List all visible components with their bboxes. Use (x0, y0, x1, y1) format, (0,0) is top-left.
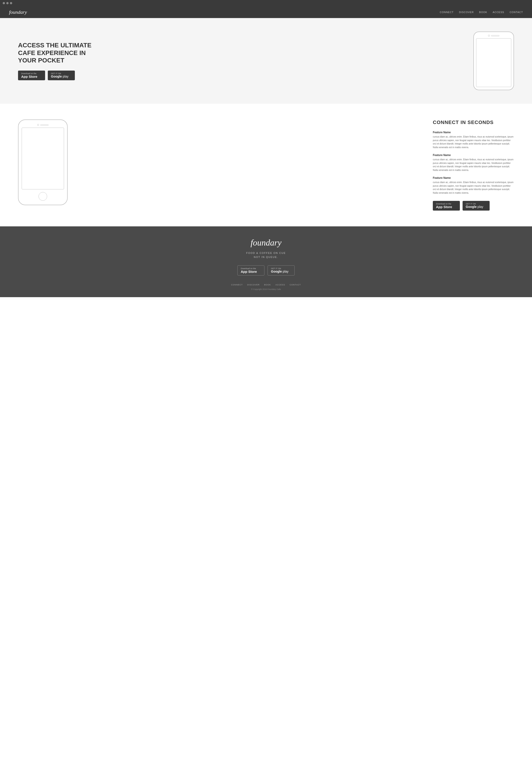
navbar-links: CONNECT DISCOVER BOOK ACCESS CONTACT (440, 11, 523, 14)
footer-google-play-button[interactable]: GET IT ON Google play (268, 265, 295, 276)
navbar-link-contact[interactable]: CONTACT (510, 11, 523, 14)
features-buttons: Download on the App Store GET IT ON Goog… (433, 201, 514, 211)
features-google-play-button[interactable]: GET IT ON Google play (463, 201, 490, 211)
footer-tagline: FOOD & COFFEE ON CUE NOT IN QUEUE. (9, 251, 523, 259)
feature-name-1: Feature Name (433, 131, 514, 134)
phone-camera (488, 35, 490, 37)
footer-logo: foundary (9, 238, 523, 248)
footer-buttons: Download on the App Store GET IT ON Goog… (9, 265, 523, 276)
hero-phone-mockup (473, 32, 514, 90)
hero-app-store-small-text: Download on the (21, 72, 37, 75)
phone-speaker (491, 35, 499, 36)
hero-content: ACCESS THE ULTIMATE CAFE EXPERIENCE IN Y… (18, 42, 95, 80)
browser-dot-red (3, 2, 5, 4)
phone-screen (476, 38, 511, 87)
hero-google-light: play (62, 75, 69, 78)
features-phone-top (37, 124, 49, 126)
footer-google-light: play (282, 270, 288, 273)
features-google-bold: Google (466, 205, 477, 209)
hero-buttons: Download on the App Store GET IT ON Goog… (18, 71, 95, 80)
features-app-store-big: App Store (436, 205, 452, 209)
features-phone-mockup (18, 120, 68, 205)
navbar-link-discover[interactable]: DISCOVER (459, 11, 474, 14)
footer-tagline-line1: FOOD & COFFEE ON CUE (246, 252, 286, 254)
footer-app-store-big: App Store (241, 270, 257, 273)
features-content: CONNECT IN SECONDS Feature Name cursus d… (433, 120, 514, 211)
footer-copyright: © Copyright 2016 Foundary Cafe (9, 288, 523, 291)
footer-link-contact[interactable]: CONTACT (290, 284, 301, 286)
footer-tagline-line2: NOT IN QUEUE. (254, 256, 278, 258)
footer-link-book[interactable]: BOOK (264, 284, 271, 286)
hero-section: ACCESS THE ULTIMATE CAFE EXPERIENCE IN Y… (0, 18, 532, 104)
hero-app-store-big-text: App Store (21, 75, 37, 79)
features-phone-home (39, 192, 47, 201)
features-app-store-button[interactable]: Download on the App Store (433, 201, 460, 211)
footer-link-access[interactable]: ACCESS (276, 284, 285, 286)
features-google-big: Google play (466, 205, 483, 209)
navbar-link-book[interactable]: BOOK (479, 11, 487, 14)
footer-google-big: Google play (271, 270, 288, 273)
phone-top-bar (488, 35, 499, 37)
footer-app-store-button[interactable]: Download on the App Store (237, 265, 264, 276)
footer: foundary FOOD & COFFEE ON CUE NOT IN QUE… (0, 226, 532, 297)
feature-name-2: Feature Name (433, 154, 514, 157)
feature-item-2: Feature Name cursus diam ac, ultrices en… (433, 154, 514, 172)
footer-link-connect[interactable]: CONNECT (231, 284, 243, 286)
features-phone-speaker (40, 124, 49, 125)
footer-link-discover[interactable]: DISCOVER (247, 284, 260, 286)
navbar-logo: foundary (9, 9, 27, 15)
feature-item-1: Feature Name cursus diam ac, ultrices en… (433, 131, 514, 149)
navbar: foundary CONNECT DISCOVER BOOK ACCESS CO… (0, 6, 532, 18)
hero-app-store-button[interactable]: Download on the App Store (18, 71, 45, 80)
features-section: CONNECT IN SECONDS Feature Name cursus d… (0, 104, 532, 226)
footer-app-store-small: Download on the (241, 267, 256, 270)
footer-links: CONNECT DISCOVER BOOK ACCESS CONTACT (9, 284, 523, 286)
features-google-light: play (477, 205, 483, 209)
hero-google-bold: Google (51, 75, 62, 78)
features-google-small: GET IT ON (466, 203, 476, 205)
navbar-link-connect[interactable]: CONNECT (440, 11, 453, 14)
feature-desc-3: cursus diam ac, ultrices enim. Etiam fin… (433, 181, 514, 194)
browser-dot-green (10, 2, 12, 4)
features-app-store-small: Download on the (436, 203, 451, 205)
hero-google-play-button[interactable]: GET IT ON Google play (48, 71, 75, 80)
feature-name-3: Feature Name (433, 176, 514, 180)
navbar-link-access[interactable]: ACCESS (492, 11, 504, 14)
features-phone-camera (37, 124, 39, 126)
features-title: CONNECT IN SECONDS (433, 120, 514, 125)
feature-desc-1: cursus diam ac, ultrices enim. Etiam fin… (433, 135, 514, 149)
feature-desc-2: cursus diam ac, ultrices enim. Etiam fin… (433, 158, 514, 172)
features-phone-screen (22, 128, 64, 190)
hero-title: ACCESS THE ULTIMATE CAFE EXPERIENCE IN Y… (18, 42, 95, 64)
hero-google-small-text: GET IT ON (51, 72, 61, 75)
browser-chrome (0, 0, 532, 6)
hero-google-big-text: Google play (51, 75, 69, 78)
browser-dot-yellow (6, 2, 9, 4)
footer-google-small: GET IT ON (271, 267, 281, 270)
feature-item-3: Feature Name cursus diam ac, ultrices en… (433, 176, 514, 194)
footer-google-bold: Google (271, 270, 282, 273)
